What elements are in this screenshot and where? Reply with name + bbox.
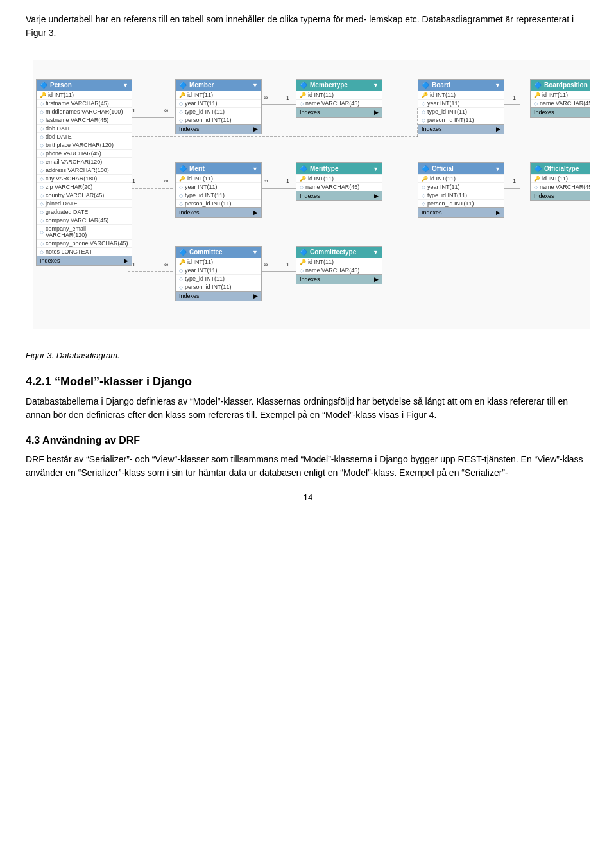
person-row-mn: ◇middlenames VARCHAR(100) xyxy=(37,107,132,116)
merit-table: 🔷 Merit ▼ 🔑id INT(11) ◇year INT(11) ◇typ… xyxy=(175,162,262,218)
committee-header: 🔷 Committee ▼ xyxy=(176,247,261,258)
membertype-row-id: 🔑id INT(11) xyxy=(296,91,382,99)
committeetype-table: 🔷 Committeetype ▼ 🔑id INT(11) ◇name VARC… xyxy=(296,246,382,284)
person-row-ad: ◇address VARCHAR(100) xyxy=(37,166,132,174)
merit-row-id: 🔑id INT(11) xyxy=(176,174,261,182)
committee-row-pi: ◇person_id INT(11) xyxy=(176,283,261,291)
member-header: 🔷 Member ▼ xyxy=(176,80,261,91)
person-row-ce: ◇company_email VARCHAR(120) xyxy=(37,224,132,239)
svg-text:∞: ∞ xyxy=(164,107,168,114)
board-header: 🔷 Board ▼ xyxy=(418,80,504,91)
svg-text:∞: ∞ xyxy=(264,261,268,268)
person-row-no: ◇notes LONGTEXT xyxy=(37,247,132,256)
official-icon: 🔷 xyxy=(422,165,429,172)
board-table: 🔷 Board ▼ 🔑id INT(11) ◇year INT(11) ◇typ… xyxy=(418,79,504,134)
committeetype-row-id: 🔑id INT(11) xyxy=(296,258,382,266)
svg-text:1: 1 xyxy=(132,107,135,114)
svg-text:1: 1 xyxy=(513,178,516,184)
person-arrow: ▼ xyxy=(123,82,128,89)
person-row-zi: ◇zip VARCHAR(20) xyxy=(37,182,132,191)
committee-icon: 🔷 xyxy=(179,249,187,256)
merit-arrow: ▼ xyxy=(252,166,258,172)
person-row-ci: ◇city VARCHAR(180) xyxy=(37,174,132,182)
page-number: 14 xyxy=(26,493,590,502)
boardposition-row-id: 🔑id INT(11) xyxy=(531,91,590,99)
person-row-gr: ◇graduated DATE xyxy=(37,207,132,216)
person-row-dob: ◇dob DATE xyxy=(37,124,132,132)
intro-paragraph: Varje undertabell har en referens till e… xyxy=(26,13,590,40)
person-row-ph: ◇phone VARCHAR(45) xyxy=(37,149,132,157)
officialtype-header: 🔷 Officialtype ▼ xyxy=(531,163,590,174)
official-indexes: Indexes ▶ xyxy=(418,207,504,217)
svg-text:∞: ∞ xyxy=(164,178,168,184)
svg-text:1: 1 xyxy=(513,94,516,101)
board-icon: 🔷 xyxy=(422,82,429,89)
official-arrow: ▼ xyxy=(495,166,501,172)
committee-arrow: ▼ xyxy=(252,249,258,256)
diagram-container: 1 ∞ ∞ 1 ∞ 1 1 ∞ ∞ 1 ∞ 1 1 ∞ xyxy=(26,53,590,336)
svg-text:∞: ∞ xyxy=(164,261,168,268)
membertype-row-n: ◇name VARCHAR(45) xyxy=(296,99,382,107)
board-row-ti: ◇type_id INT(11) xyxy=(418,107,504,116)
committee-row-ti: ◇type_id INT(11) xyxy=(176,274,261,283)
member-row-ti: ◇type_id INT(11) xyxy=(176,107,261,116)
svg-text:1: 1 xyxy=(286,178,289,184)
official-row-y: ◇year INT(11) xyxy=(418,182,504,191)
boardposition-table: 🔷 Boardposition ▼ 🔑id INT(11) ◇name VARC… xyxy=(530,79,590,118)
person-row-cph: ◇company_phone VARCHAR(45) xyxy=(37,239,132,247)
board-row-pi: ◇person_id INT(11) xyxy=(418,116,504,124)
merit-indexes: Indexes ▶ xyxy=(176,207,261,217)
section-4-3-paragraph: DRF består av “Serializer”- och “View”-k… xyxy=(26,453,590,480)
section-4-2-1-heading: 4.2.1 “Model”-klasser i Django xyxy=(26,375,590,389)
member-arrow: ▼ xyxy=(252,82,258,89)
merittype-table: 🔷 Merittype ▼ 🔑id INT(11) ◇name VARCHAR(… xyxy=(296,162,382,201)
svg-text:1: 1 xyxy=(286,261,289,268)
merittype-icon: 🔷 xyxy=(300,165,307,172)
officialtype-indexes: Indexes ▶ xyxy=(531,191,590,200)
member-indexes: Indexes ▶ xyxy=(176,124,261,134)
person-row-cp: ◇company VARCHAR(45) xyxy=(37,216,132,224)
committeetype-indexes: Indexes ▶ xyxy=(296,274,382,284)
person-row-dod: ◇dod DATE xyxy=(37,132,132,141)
committeetype-row-n: ◇name VARCHAR(45) xyxy=(296,266,382,274)
board-row-id: 🔑id INT(11) xyxy=(418,91,504,99)
merit-icon: 🔷 xyxy=(179,165,187,172)
person-header: 🔷 Person ▼ xyxy=(37,80,132,91)
committee-indexes: Indexes ▶ xyxy=(176,291,261,301)
member-row-pi: ◇person_id INT(11) xyxy=(176,116,261,124)
officialtype-row-n: ◇name VARCHAR(45) xyxy=(531,182,590,191)
person-table: 🔷 Person ▼ 🔑id INT(11) ◇firstname VARCHA… xyxy=(36,79,132,266)
merittype-indexes: Indexes ▶ xyxy=(296,191,382,200)
merittype-arrow: ▼ xyxy=(373,166,379,172)
committee-table: 🔷 Committee ▼ 🔑id INT(11) ◇year INT(11) … xyxy=(175,246,262,301)
member-row-y: ◇year INT(11) xyxy=(176,99,261,107)
board-row-y: ◇year INT(11) xyxy=(418,99,504,107)
person-row-bp: ◇birthplace VARCHAR(120) xyxy=(37,141,132,149)
person-row-fn: ◇firstname VARCHAR(45) xyxy=(37,99,132,107)
person-row-co: ◇country VARCHAR(45) xyxy=(37,191,132,199)
committee-row-id: 🔑id INT(11) xyxy=(176,258,261,266)
member-row-id: 🔑id INT(11) xyxy=(176,91,261,99)
section-4-3-heading: 4.3 Användning av DRF xyxy=(26,435,590,446)
board-arrow: ▼ xyxy=(495,82,501,89)
merittype-row-n: ◇name VARCHAR(45) xyxy=(296,182,382,191)
merit-row-y: ◇year INT(11) xyxy=(176,182,261,191)
committeetype-icon: 🔷 xyxy=(300,249,307,256)
member-icon: 🔷 xyxy=(179,82,187,89)
officialtype-table: 🔷 Officialtype ▼ 🔑id INT(11) ◇name VARCH… xyxy=(530,162,590,201)
svg-text:1: 1 xyxy=(132,178,135,184)
official-table: 🔷 Official ▼ 🔑id INT(11) ◇year INT(11) ◇… xyxy=(418,162,504,218)
board-indexes: Indexes ▶ xyxy=(418,124,504,134)
person-row-jo: ◇joined DATE xyxy=(37,199,132,207)
membertype-table: 🔷 Membertype ▼ 🔑id INT(11) ◇name VARCHAR… xyxy=(296,79,382,118)
boardposition-row-n: ◇name VARCHAR(45) xyxy=(531,99,590,107)
officialtype-icon: 🔷 xyxy=(534,165,542,172)
person-row-em: ◇email VARCHAR(120) xyxy=(37,157,132,166)
section-4-2-1-paragraph: Databastabellerna i Django definieras av… xyxy=(26,395,590,422)
boardposition-icon: 🔷 xyxy=(534,82,542,89)
official-row-id: 🔑id INT(11) xyxy=(418,174,504,182)
member-table: 🔷 Member ▼ 🔑id INT(11) ◇year INT(11) ◇ty… xyxy=(175,79,262,134)
merit-row-pi: ◇person_id INT(11) xyxy=(176,199,261,207)
merittype-header: 🔷 Merittype ▼ xyxy=(296,163,382,174)
merittype-row-id: 🔑id INT(11) xyxy=(296,174,382,182)
